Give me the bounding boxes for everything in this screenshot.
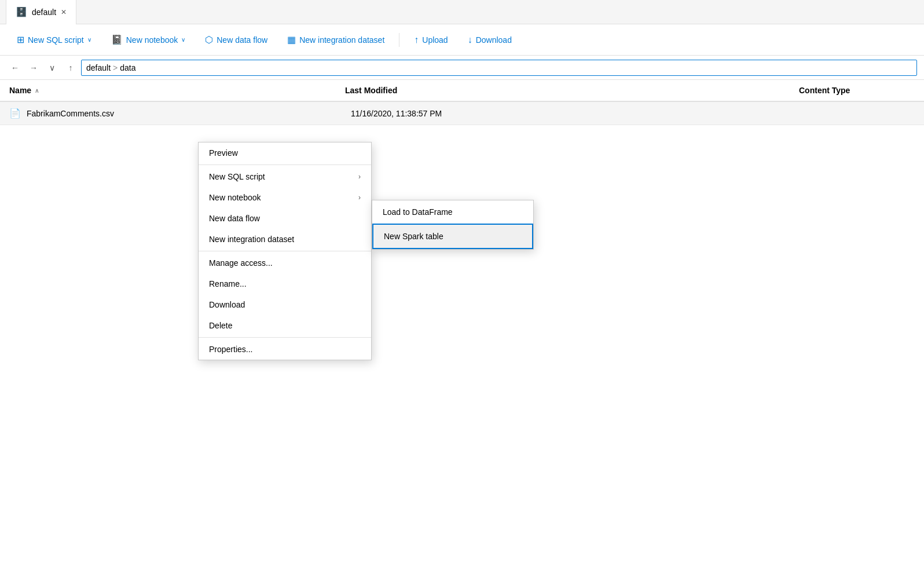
tab-bar: 🗄️ default ✕ [0,0,924,24]
ctx-delete[interactable]: Delete [199,315,371,336]
table-row[interactable]: 📄 FabrikamComments.csv 11/16/2020, 11:38… [0,102,924,125]
new-dataset-label: New integration dataset [299,35,384,45]
ctx-dataset-label: New integration dataset [209,235,294,244]
breadcrumb-root: default [86,63,111,72]
new-dataflow-label: New data flow [217,35,267,45]
notebook-icon: 📓 [111,34,123,45]
new-sql-label: New SQL script [28,35,84,45]
new-integration-dataset-button[interactable]: ▦ New integration dataset [280,30,392,50]
ctx-properties-label: Properties... [209,345,252,354]
column-modified-header[interactable]: Last Modified [345,86,799,95]
new-dataflow-button[interactable]: ⬡ New data flow [197,30,275,50]
sub-load-dataframe-label: Load to DataFrame [383,207,453,217]
down-button[interactable]: ∨ [44,60,60,76]
upload-icon: ↑ [414,35,419,45]
download-label: Download [476,35,512,45]
ctx-new-notebook[interactable]: New notebook › [199,187,371,208]
ctx-dataflow-label: New data flow [209,214,260,223]
download-icon: ↓ [468,35,472,45]
ctx-new-sql-script[interactable]: New SQL script › [199,166,371,187]
ctx-delete-label: Delete [209,321,232,330]
ctx-sql-arrow-icon: › [358,173,361,181]
ctx-rename-label: Rename... [209,279,247,288]
nav-bar: ← → ∨ ↑ default > data [0,56,924,80]
sub-menu: Load to DataFrame New Spark table [372,200,534,250]
table-header: Name ∧ Last Modified Content Type [0,80,924,102]
col-name-label: Name [9,86,31,95]
ctx-download-label: Download [209,300,245,309]
ctx-notebook-label: New notebook [209,193,261,202]
col-modified-label: Last Modified [345,86,397,95]
ctx-download[interactable]: Download [199,294,371,315]
breadcrumb-child: data [120,63,135,72]
ctx-separator-3 [199,337,371,338]
column-type-header[interactable]: Content Type [799,86,915,95]
breadcrumb[interactable]: default > data [81,60,917,76]
context-menu: Preview New SQL script › New notebook › … [198,142,372,360]
file-name: FabrikamComments.csv [27,109,351,118]
ctx-preview-label: Preview [209,148,238,158]
ctx-new-dataflow[interactable]: New data flow [199,208,371,229]
sql-script-icon: ⊞ [17,34,24,45]
new-sql-script-button[interactable]: ⊞ New SQL script ∨ [9,30,99,50]
sub-new-spark-table[interactable]: New Spark table [372,224,533,249]
sort-icon: ∧ [35,87,39,94]
notebook-chevron-icon: ∨ [181,36,185,43]
toolbar-separator [399,33,399,47]
ctx-rename[interactable]: Rename... [199,273,371,294]
ctx-sql-label: New SQL script [209,172,265,181]
breadcrumb-separator: > [113,63,118,72]
file-modified-date: 11/16/2020, 11:38:57 PM [351,109,915,118]
sql-chevron-icon: ∨ [87,36,91,43]
ctx-notebook-arrow-icon: › [358,193,361,202]
toolbar: ⊞ New SQL script ∨ 📓 New notebook ∨ ⬡ Ne… [0,24,924,56]
up-button[interactable]: ↑ [63,60,79,76]
upload-button[interactable]: ↑ Upload [406,30,455,50]
new-notebook-label: New notebook [126,35,178,45]
ctx-manage-access[interactable]: Manage access... [199,253,371,273]
ctx-manage-label: Manage access... [209,258,273,268]
forward-button[interactable]: → [25,60,42,76]
tab-icon: 🗄️ [16,6,27,17]
ctx-properties[interactable]: Properties... [199,339,371,360]
ctx-separator-1 [199,164,371,165]
col-type-label: Content Type [799,86,850,95]
sub-spark-table-label: New Spark table [384,232,443,241]
default-tab[interactable]: 🗄️ default ✕ [6,0,76,24]
ctx-separator-2 [199,251,371,251]
column-name-header[interactable]: Name ∧ [9,86,345,95]
sub-load-dataframe[interactable]: Load to DataFrame [372,200,533,224]
dataflow-icon: ⬡ [205,34,213,45]
new-notebook-button[interactable]: 📓 New notebook ∨ [104,30,193,50]
download-button[interactable]: ↓ Download [460,30,519,50]
tab-close-icon[interactable]: ✕ [61,8,67,16]
upload-label: Upload [422,35,448,45]
back-button[interactable]: ← [7,60,23,76]
tab-label: default [32,8,56,17]
dataset-icon: ▦ [287,34,296,45]
ctx-new-integration-dataset[interactable]: New integration dataset [199,229,371,250]
file-icon: 📄 [9,108,21,119]
ctx-preview[interactable]: Preview [199,142,371,163]
